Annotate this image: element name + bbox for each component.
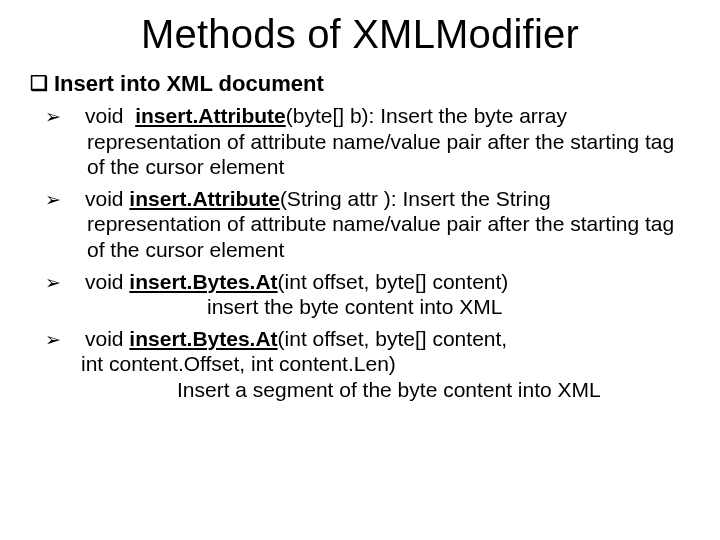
arrow-icon: ➢ — [66, 105, 85, 128]
list-item: ➢void insert.Attribute(byte[] b): Insert… — [66, 103, 690, 180]
section-heading: ❑Insert into XML document — [30, 71, 690, 97]
return-type: void — [85, 327, 129, 350]
method-signature: (int offset, byte[] content, — [278, 327, 508, 350]
arrow-icon: ➢ — [66, 328, 85, 351]
method-list: ➢void insert.Attribute(byte[] b): Insert… — [30, 103, 690, 403]
section-heading-text: Insert into XML document — [54, 71, 324, 96]
list-item: ➢void insert.Bytes.At(int offset, byte[]… — [66, 326, 690, 403]
return-type: void — [85, 270, 129, 293]
return-type: void — [85, 104, 135, 127]
method-name: insert.Bytes.At — [129, 327, 277, 350]
method-signature: (int offset, byte[] content) — [278, 270, 509, 293]
method-signature-line2: int content.Offset, int content.Len) — [81, 351, 690, 377]
method-description: Insert a segment of the byte content int… — [177, 377, 690, 403]
method-name: insert.Attribute — [129, 187, 280, 210]
method-name: insert.Attribute — [135, 104, 286, 127]
slide-title: Methods of XMLModifier — [30, 12, 690, 57]
square-bullet-icon: ❑ — [30, 73, 48, 93]
list-item: ➢void insert.Attribute(String attr ): In… — [66, 186, 690, 263]
list-item: ➢void insert.Bytes.At(int offset, byte[]… — [66, 269, 690, 320]
slide: Methods of XMLModifier ❑Insert into XML … — [0, 0, 720, 540]
return-type: void — [85, 187, 129, 210]
method-name: insert.Bytes.At — [129, 270, 277, 293]
arrow-icon: ➢ — [66, 188, 85, 211]
arrow-icon: ➢ — [66, 271, 85, 294]
method-description: insert the byte content into XML — [207, 294, 690, 320]
